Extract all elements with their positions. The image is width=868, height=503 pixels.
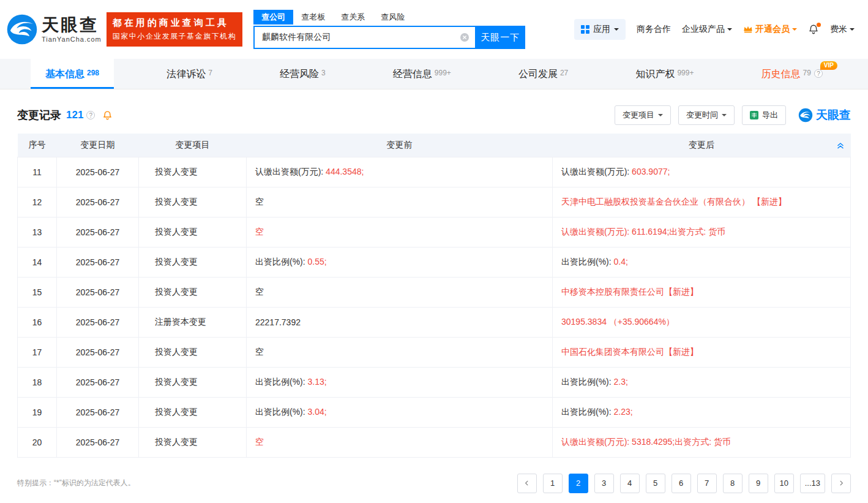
search-tab-0[interactable]: 查公司 [253,10,293,25]
help-icon[interactable]: ? [814,69,823,78]
tab-label: 知识产权 [635,69,675,79]
cell-date: 2025-06-27 [57,367,139,397]
cell-text: 空 [255,197,264,206]
cell-before: 认缴出资额(万元): 444.3548; [247,157,553,187]
pagination-next[interactable] [831,474,851,493]
chevron-down-icon [658,114,663,119]
export-button[interactable]: 导出 [742,105,786,125]
cell-no: 19 [18,397,57,427]
cell-date: 2025-06-27 [57,187,139,217]
page-4[interactable]: 4 [620,474,640,493]
search-tab-3[interactable]: 查风险 [373,10,413,25]
page-2[interactable]: 2 [569,474,588,493]
monitor-bell-icon[interactable] [102,110,113,121]
cell-text: 0.55; [308,257,327,267]
company-tab-5[interactable]: 知识产权999+ [621,59,708,89]
page-5[interactable]: 5 [646,474,665,493]
section-count: 121 [66,109,83,121]
page-1[interactable]: 1 [543,474,563,493]
company-tab-2[interactable]: 经营风险3 [265,59,340,89]
filter-change-item-button[interactable]: 变更项目 [615,105,671,125]
cell-no: 11 [18,157,57,187]
entity-link[interactable]: 中移资本控股有限责任公司 [561,287,664,297]
cell-text: 出资比例(%): [561,377,614,387]
cell-before: 空 [247,277,553,307]
cell-text: 30195.3834 （+35.90664%） [561,317,675,327]
cell-before: 空 [247,427,553,457]
entity-link[interactable]: 中国石化集团资本有限公司 [561,347,664,357]
search-input[interactable] [255,27,475,48]
brand-name: 天眼查 [42,16,102,34]
cell-after: 天津中电工融股权投资基金合伙企业（有限合伙） 【新进】 [553,187,851,217]
tianyancha-logo-icon [798,108,813,123]
cell-no: 12 [18,187,57,217]
cell-item: 投资人变更 [139,247,247,277]
cell-before: 空 [247,337,553,367]
vip-label: 开通会员 [755,24,790,35]
slogan-line1: 都在用的商业查询工具 [113,17,237,29]
search-tab-2[interactable]: 查关系 [333,10,373,25]
nav-enterprise-products[interactable]: 企业级产品 [682,24,732,35]
nav-business-cooperation[interactable]: 商务合作 [637,24,671,35]
company-tab-0[interactable]: 基本信息298 [31,59,114,89]
nav-open-vip[interactable]: 开通会员 [743,24,797,35]
cell-item: 投资人变更 [139,427,247,457]
change-records-table: 序号变更日期变更项目变更前变更后 112025-06-27投资人变更认缴出资额(… [17,134,851,458]
table-row: 112025-06-27投资人变更认缴出资额(万元): 444.3548;认缴出… [18,157,851,187]
page-...13[interactable]: ...13 [800,474,825,493]
cell-before: 空 [247,217,553,247]
cell-text: 认缴出资额(万元): [255,167,326,176]
watermark-label: 天眼查 [816,107,851,123]
cell-no: 14 [18,247,57,277]
company-tab-6[interactable]: 历史信息79?VIP [747,59,837,89]
page-3[interactable]: 3 [594,474,614,493]
search-button[interactable]: 天眼一下 [475,26,525,49]
page-6[interactable]: 6 [672,474,691,493]
col-item: 变更项目 [139,134,247,157]
chevron-down-icon [792,28,797,33]
table-row: 202025-06-27投资人变更空认缴出资额(万元): 5318.4295;出… [18,427,851,457]
cell-text: 空 [255,347,264,357]
page-10[interactable]: 10 [774,474,794,493]
cell-text: 出资比例(%): [561,407,614,417]
tab-count: 999+ [677,69,694,77]
collapse-all-icon[interactable] [836,141,845,149]
notification-bell-icon[interactable] [808,24,819,35]
nav-label: 企业级产品 [682,24,725,35]
cell-text: 444.3548; [326,167,364,176]
page-7[interactable]: 7 [697,474,717,493]
user-menu[interactable]: 费米 [830,24,855,35]
help-icon[interactable]: ? [86,111,95,119]
col-before: 变更前 [247,134,553,157]
page-8[interactable]: 8 [723,474,743,493]
apps-menu-button[interactable]: 应用 [574,19,626,40]
cell-date: 2025-06-27 [57,397,139,427]
table-row: 162025-06-27注册资本变更22217.739230195.3834 （… [18,307,851,337]
page-9[interactable]: 9 [749,474,768,493]
cell-after: 出资比例(%): 2.3; [553,367,851,397]
tab-label: 历史信息 [761,69,801,79]
footnote: 特别提示：“*”标识的为法定代表人。 [17,478,135,488]
company-tab-4[interactable]: 公司发展27 [504,59,583,89]
brand-logo[interactable]: 天眼查 TianYanCha.com [6,13,102,45]
cell-text: 0.4; [614,257,628,267]
cell-no: 15 [18,277,57,307]
tab-count: 7 [208,69,212,77]
pagination-prev[interactable] [517,474,537,493]
search-tab-1[interactable]: 查老板 [293,10,333,25]
cell-text: 空 [255,437,264,447]
entity-link[interactable]: 天津中电工融股权投资基金合伙企业（有限合伙） [561,197,752,206]
company-tab-3[interactable]: 经营信息999+ [378,59,466,89]
company-tab-1[interactable]: 法律诉讼7 [152,59,227,89]
filter-change-time-button[interactable]: 变更时间 [678,105,735,125]
tab-count: 3 [321,69,326,77]
table-row: 132025-06-27投资人变更空认缴出资额(万元): 611.6194;出资… [18,217,851,247]
cell-item: 投资人变更 [139,157,247,187]
cell-after: 中移资本控股有限责任公司【新进】 [553,277,851,307]
clear-icon[interactable] [460,32,470,42]
cell-text: 【新进】 [664,287,698,297]
col-after: 变更后 [553,134,851,157]
cell-no: 18 [18,367,57,397]
tab-label: 经营风险 [280,69,319,79]
cell-date: 2025-06-27 [57,157,139,187]
